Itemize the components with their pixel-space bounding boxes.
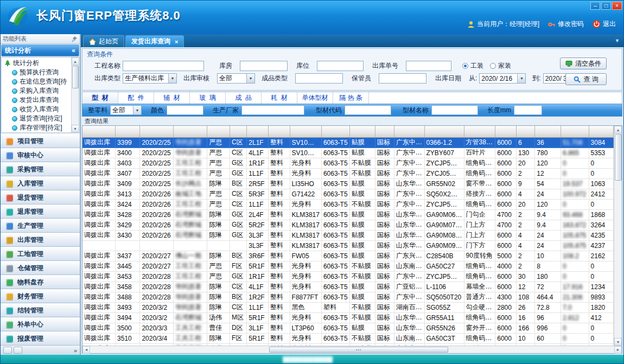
- grid-cell[interactable]: 996: [535, 323, 561, 333]
- grid-cell[interactable]: 3488: [116, 292, 140, 302]
- grid-cell[interactable]: G区: [230, 168, 246, 178]
- grid-cell[interactable]: 1R1F: [247, 158, 268, 168]
- profile-code-input[interactable]: [345, 105, 391, 115]
- grid-row[interactable]: 调拨出库34242020/2/26工培工程严思C区1L1F整料光身料6063-T…: [82, 199, 614, 209]
- grid-cell[interactable]: 整料: [268, 282, 290, 292]
- grid-row[interactable]: 调拨出库34942020/3/2石湾辉城汤伟M区5R1F整料光身料6063-T5…: [82, 312, 614, 323]
- sidebar-module[interactable]: 补单中心: [1, 317, 80, 331]
- grid-cell[interactable]: KLM3817: [290, 240, 321, 251]
- grid-cell[interactable]: 3399: [116, 137, 140, 148]
- grid-cell[interactable]: F区: [230, 261, 246, 271]
- sidebar-module[interactable]: 工地管理: [1, 247, 80, 261]
- grid-column-header[interactable]: [535, 126, 561, 137]
- grid-cell[interactable]: 国标: [375, 282, 394, 292]
- grid-cell[interactable]: 464.4: [535, 292, 561, 302]
- grid-cell[interactable]: 整料: [268, 261, 290, 271]
- sidebar-module[interactable]: 退货管理: [1, 190, 80, 205]
- grid-cell[interactable]: 3430: [116, 230, 140, 240]
- tree-item[interactable]: 收货入库查询: [4, 105, 71, 114]
- grid-cell[interactable]: 整料: [268, 158, 290, 168]
- grid-cell[interactable]: 19.537: [561, 178, 589, 189]
- grid-cell[interactable]: 组角码…: [464, 158, 495, 168]
- grid-column-header[interactable]: [290, 126, 321, 137]
- grid-cell[interactable]: 国标: [375, 220, 394, 230]
- grid-cell[interactable]: 严思: [207, 189, 230, 199]
- grid-cell[interactable]: 4237: [589, 240, 613, 251]
- sidebar-module[interactable]: 报废管理: [1, 331, 80, 345]
- grid-cell[interactable]: 180: [535, 271, 561, 282]
- grid-cell[interactable]: 5R2F: [247, 220, 268, 230]
- grid-cell[interactable]: 调拨出库: [82, 178, 116, 189]
- grid-cell[interactable]: 6000: [495, 282, 517, 292]
- grid-cell[interactable]: 6.865: [561, 148, 589, 158]
- grid-cell[interactable]: 窗不带…: [464, 178, 495, 189]
- grid-cell[interactable]: 贴膜: [349, 189, 375, 199]
- clear-conditions-button[interactable]: 清空条件: [560, 58, 607, 69]
- grid-cell[interactable]: 华闰原著: [174, 302, 207, 312]
- grid-cell[interactable]: 3510: [116, 333, 140, 343]
- grid-cell[interactable]: 整料: [268, 220, 290, 230]
- grid-cell[interactable]: 10: [517, 333, 535, 343]
- grid-cell[interactable]: D区: [230, 323, 246, 333]
- grid-row[interactable]: 调拨出库35002020/3/3工共工程曹佳D区3L1F整料LT3P606063…: [82, 323, 614, 333]
- sidebar-module[interactable]: 项目管理: [1, 134, 80, 148]
- grid-cell[interactable]: 6063-T5: [321, 220, 349, 230]
- grid-cell[interactable]: 0: [561, 199, 589, 209]
- grid-cell[interactable]: 17.916: [561, 282, 589, 292]
- grid-cell[interactable]: 6000: [495, 333, 517, 343]
- grid-cell[interactable]: 0: [561, 333, 589, 343]
- grid-cell[interactable]: 国标: [375, 312, 394, 323]
- grid-cell[interactable]: 整料: [268, 312, 290, 323]
- grid-cell[interactable]: 整料: [268, 199, 290, 209]
- grid-cell[interactable]: 贴膜: [349, 230, 375, 240]
- grid-cell[interactable]: 光身料: [290, 199, 321, 209]
- sidebar-module[interactable]: 采购管理: [1, 162, 80, 176]
- grid-cell[interactable]: 6000: [495, 312, 517, 323]
- grid-cell[interactable]: 石湾辉城: [174, 312, 207, 323]
- grid-cell[interactable]: 3453: [116, 271, 140, 282]
- out-type-select[interactable]: 生产领料出库 ▼: [123, 73, 177, 84]
- grid-cell[interactable]: 2020/2/27: [140, 261, 174, 271]
- grid-row[interactable]: 调拨出库33992020/2/25华闰原著严思C区2L1F整料SV10…6063…: [82, 137, 614, 148]
- grid-cell[interactable]: LI35HO: [290, 178, 321, 189]
- grid-cell[interactable]: 6063-T5: [321, 137, 349, 148]
- grid-cell[interactable]: 5000: [495, 251, 517, 261]
- grid-cell[interactable]: 门上方: [464, 220, 495, 230]
- grid-cell[interactable]: 光身料: [290, 168, 321, 178]
- grid-cell[interactable]: 调拨出库: [82, 209, 116, 220]
- grid-cell[interactable]: 6063-T5: [321, 199, 349, 209]
- grid-cell[interactable]: 调拨出库: [82, 189, 116, 199]
- material-tab[interactable]: 成 品: [226, 92, 262, 104]
- scroll-left-icon[interactable]: ◄: [82, 346, 90, 354]
- grid-cell[interactable]: 163.872: [561, 220, 589, 230]
- grid-cell[interactable]: 工培工程: [174, 261, 207, 271]
- vertical-scrollbar-thumb[interactable]: [615, 134, 622, 181]
- grid-cell[interactable]: F8877FT: [290, 292, 321, 302]
- sidebar-module[interactable]: 仓储管理: [1, 261, 80, 275]
- grid-cell[interactable]: 严思: [207, 137, 230, 148]
- grid-cell[interactable]: 0: [589, 323, 613, 333]
- grid-cell[interactable]: 窗外开…: [464, 323, 495, 333]
- grid-column-header[interactable]: [247, 126, 268, 137]
- grid-cell[interactable]: KLM3817: [290, 220, 321, 230]
- grid-cell[interactable]: 2.812: [561, 312, 589, 323]
- grid-cell[interactable]: 24: [535, 189, 561, 199]
- grid-cell[interactable]: ZYCJP5…: [424, 271, 464, 282]
- tree-scrollbar[interactable]: ▲ ▼: [71, 58, 79, 132]
- material-tab[interactable]: 耗 材: [262, 92, 297, 104]
- grid-cell[interactable]: [140, 240, 174, 251]
- grid-cell[interactable]: 调拨出库: [82, 148, 116, 158]
- grid-cell[interactable]: 1063: [589, 178, 613, 189]
- grid-cell[interactable]: 整料: [268, 178, 290, 189]
- grid-cell[interactable]: 光身料: [290, 312, 321, 323]
- grid-row[interactable]: 调拨出库34932020/3/2华闰原著陈琳C区1L1F整料黑色塑料不贴膜国标湖…: [82, 302, 614, 312]
- expand-icon[interactable]: »: [74, 347, 77, 354]
- grid-cell[interactable]: 2020/2/25: [140, 148, 174, 158]
- grid-cell[interactable]: 勾企硬…: [464, 302, 495, 312]
- grid-cell[interactable]: 72: [535, 282, 561, 292]
- grid-cell[interactable]: 3428: [116, 209, 140, 220]
- grid-cell[interactable]: 工培工程: [174, 168, 207, 178]
- grid-cell[interactable]: G区: [230, 230, 246, 240]
- grid-cell[interactable]: 3084: [589, 137, 613, 148]
- grid-cell[interactable]: 4300: [495, 292, 517, 302]
